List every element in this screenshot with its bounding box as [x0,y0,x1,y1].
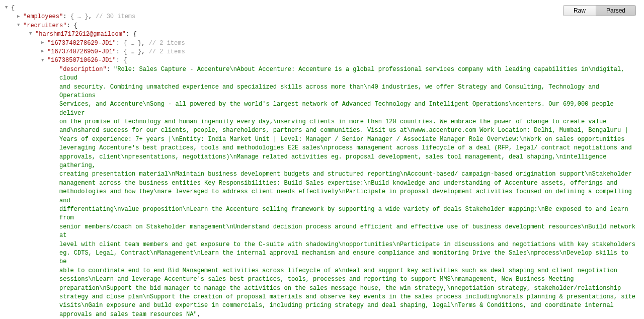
json-tree: { "employees": { … }, // 30 items "recru… [5,4,639,319]
jd2-row[interactable]: "1673740726950-JD1": { … }, // 2 items [5,48,639,56]
desc-line: preparation\nSupport the bid manager to … [59,284,639,293]
desc-line: management across the business entities … [59,179,639,188]
employees-row[interactable]: "employees": { … }, // 30 items [5,13,639,21]
toggle-icon[interactable] [29,31,34,37]
toggle-icon[interactable] [41,40,46,46]
toggle-icon[interactable] [41,57,46,64]
desc-line: creating presentation material\nMaintain… [59,170,639,179]
desc-end: approvals and sales team resources NA", [59,310,639,319]
toggle-icon[interactable] [17,14,22,20]
recruiter1-row[interactable]: "harshm17172612@gmailcom": { [5,30,639,39]
desc-line: on the promise of technology and human i… [59,118,639,126]
description-row: "description": "Role: Sales Capture - Ac… [59,65,639,83]
desc-line: sessions\nLearn and leverage Accenture's… [59,275,639,284]
desc-line: senior members/coach on Stakeholder mana… [59,223,639,241]
description-block: "description": "Role: Sales Capture - Ac… [5,65,639,319]
desc-line: and\nshared success for our clients, peo… [59,126,639,135]
recruiters-row[interactable]: "recruiters": { [5,22,639,30]
jd1-row[interactable]: "1673740278629-JD1": { … }, // 2 items [5,39,639,48]
desc-line: leveraging Accenture's best practices, t… [59,144,639,152]
desc-line: level with client team members and get e… [59,241,639,249]
desc-line: able to coordinate end to end Bid Manage… [59,267,639,275]
root-open[interactable]: { [5,4,639,13]
desc-line: Years of experience: 7+ years |\nEntity:… [59,135,639,144]
toggle-icon[interactable] [41,48,46,55]
toggle-icon[interactable] [5,5,10,11]
desc-line: visits\nGain exposure and build expertis… [59,301,639,310]
jd3-row[interactable]: "1673850710626-JD1": { [5,56,639,65]
desc-line: eg. CDTS, Legal, Contract\nManagement\nL… [59,249,639,267]
desc-line: strategy and close plan\nSupport the cre… [59,293,639,301]
desc-line: Services, and Accenture\nSong - all powe… [59,100,639,118]
desc-line: and security. Combining unmatched experi… [59,83,639,101]
desc-line: approvals, client\npresentations, negoti… [59,153,639,171]
toggle-icon[interactable] [17,22,22,29]
desc-line: differentiating\nvalue proposition\nLear… [59,205,639,223]
desc-line: methodologies and how they\nare leverage… [59,188,639,205]
